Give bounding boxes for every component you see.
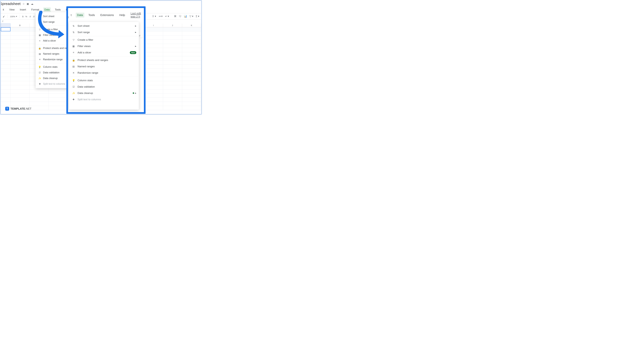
menu-item-sort-sheet[interactable]: ⇅Sort sheet	[36, 14, 70, 19]
bulb-icon: 💡	[38, 66, 41, 68]
new-dot-icon	[133, 92, 134, 94]
star-icon[interactable]: ☆	[22, 2, 25, 6]
filter-views-icon: ▦	[72, 45, 75, 48]
increase-decimal[interactable]: .0	[33, 15, 35, 18]
menu-format-fragment[interactable]: t	[70, 13, 73, 18]
cloud-saved-icon[interactable]: ☁	[31, 2, 34, 6]
menu-item-add-slicer[interactable]: ≡Add a slicer	[36, 38, 70, 44]
selected-column-header[interactable]	[1, 24, 10, 27]
insert-chart-icon[interactable]: 📊	[184, 15, 187, 18]
submenu-arrow-icon: ▶	[135, 25, 136, 27]
formula-bar[interactable]: X	[1, 19, 4, 24]
menu-item-create-filter[interactable]: ▽Create a filter	[69, 37, 139, 43]
format-percent[interactable]: %	[26, 15, 27, 18]
link-icon[interactable]: ⌘	[174, 15, 176, 18]
format-currency[interactable]: $	[22, 15, 23, 18]
named-icon: ▤	[72, 65, 75, 68]
menu-item-data-cleanup[interactable]: ✨Data cleanup	[36, 76, 70, 81]
zoom-dropdown[interactable]: 100% ▾	[10, 15, 17, 18]
comment-add-icon[interactable]: 🗨	[179, 15, 182, 18]
col-header-k[interactable]: K	[182, 24, 201, 27]
menu-item-filter-views[interactable]: ▦Filter views	[36, 32, 70, 38]
menu-extensions-focus[interactable]: Extensions	[99, 13, 115, 18]
valign-icon[interactable]: ↧ ▾	[152, 15, 156, 18]
menu-item-split-text: ✚Split text to columns	[36, 81, 70, 87]
menu-item-data-cleanup[interactable]: ✨Data cleanup▶	[69, 90, 139, 96]
menu-item-column-stats[interactable]: 💡Column stats	[36, 64, 70, 70]
menu-help-focus[interactable]: Help	[118, 13, 126, 18]
menu-item-add-slicer[interactable]: ≡Add a slicerNew	[69, 50, 139, 56]
menu-item-split-text: ✚Split text to columns	[69, 96, 139, 102]
selected-cell[interactable]	[1, 27, 10, 31]
menu-item-sort-range[interactable]: ⇅Sort range	[36, 19, 70, 25]
wand-icon: ✨	[38, 77, 41, 80]
paint-format-icon[interactable]: 🖌	[3, 15, 5, 18]
menu-edit-fragment[interactable]: it	[2, 8, 5, 12]
last-edit-link[interactable]: Last edit was 2 h	[129, 11, 144, 19]
template-logo-icon: T	[5, 107, 9, 110]
menu-item-sort-sheet[interactable]: ⇅Sort sheet▶	[69, 23, 139, 29]
sigma-icon[interactable]: Σ ▾	[196, 15, 199, 18]
menu-item-named-ranges[interactable]: ▤Named ranges	[69, 63, 139, 70]
move-folder-icon[interactable]: ▣	[27, 2, 29, 6]
menu-tools-focus[interactable]: Tools	[87, 13, 96, 18]
menu-data[interactable]: Data	[43, 8, 51, 12]
background-app: e Spreadsheet ☆ ▣ ☁ it View Insert Forma…	[1, 1, 201, 114]
menu-tools[interactable]: Tools	[54, 8, 62, 12]
col-header-j[interactable]: J	[163, 24, 182, 27]
toolbar-separator	[7, 15, 8, 18]
new-badge: New	[130, 51, 136, 54]
named-icon: ▤	[38, 52, 41, 55]
sort-icon: ⇅	[38, 21, 41, 23]
submenu-arrow-icon: ▶	[135, 31, 136, 33]
slicer-icon: ≡	[38, 40, 41, 42]
focus-inset: t Data Tools Extensions Help Last edit w…	[66, 6, 146, 114]
col-header-b[interactable]: B	[10, 24, 30, 27]
document-name[interactable]: e Spreadsheet	[0, 2, 20, 6]
menu-item-data-validation[interactable]: ☑Data validation	[69, 84, 139, 90]
menu-insert[interactable]: Insert	[19, 8, 27, 12]
split-icon: ✚	[72, 98, 75, 101]
wrap-icon[interactable]: ↩ ▾	[165, 15, 169, 18]
menu-data-focus[interactable]: Data	[76, 13, 84, 18]
fx-close-icon[interactable]: X	[2, 20, 4, 22]
col-header-i[interactable]: I	[144, 24, 163, 27]
data-menu-dropdown: ⇅Sort sheet▶ ⇅Sort range▶ ▽Create a filt…	[69, 22, 139, 110]
lock-icon: 🔒	[72, 59, 75, 62]
sort-icon: ⇅	[38, 15, 41, 18]
menu-item-randomize[interactable]: ✕Randomize range	[69, 70, 139, 76]
sort-icon: ⇅	[72, 31, 75, 34]
menu-item-named-ranges[interactable]: ▤Named ranges	[36, 51, 70, 57]
toolbar-separator	[20, 15, 20, 18]
doc-title-row: e Spreadsheet ☆ ▣ ☁	[0, 2, 34, 6]
wand-icon: ✨	[72, 92, 75, 94]
menu-item-create-filter[interactable]: ▽Create a filter	[36, 26, 70, 32]
menu-view[interactable]: View	[8, 8, 16, 12]
menu-item-protect[interactable]: 🔒Protect sheets and ra	[36, 46, 70, 51]
submenu-arrow-icon: ▶	[135, 45, 136, 47]
check-icon: ☑	[38, 71, 41, 74]
filter-icon: ▽	[72, 38, 75, 42]
slicer-icon: ≡	[72, 51, 75, 54]
check-icon: ☑	[72, 86, 75, 88]
focus-menubar: t Data Tools Extensions Help Last edit w…	[70, 11, 144, 19]
lock-icon: 🔒	[38, 47, 41, 50]
submenu-arrow-icon: ▶	[135, 92, 136, 94]
filter-icon[interactable]: ▽ ▾	[190, 15, 193, 18]
watermark-thin: .NET	[25, 107, 32, 110]
template-net-watermark: T TEMPLATE.NET	[5, 107, 32, 110]
decrease-decimal[interactable]: .0	[29, 15, 31, 18]
bulb-icon: 💡	[72, 79, 75, 82]
menu-item-protect[interactable]: 🔒Protect sheets and ranges	[69, 57, 139, 63]
random-icon: ✕	[72, 72, 75, 74]
menu-item-data-validation[interactable]: ☑Data validation	[36, 70, 70, 76]
focus-inner: t Data Tools Extensions Help Last edit w…	[68, 8, 144, 112]
menu-item-column-stats[interactable]: 💡Column stats	[69, 77, 139, 84]
menu-format[interactable]: Format	[30, 8, 40, 12]
menu-item-sort-range[interactable]: ⇅Sort range▶	[69, 29, 139, 36]
halign-icon[interactable]: ⇥ ▾	[158, 15, 162, 18]
random-icon: ✕	[38, 58, 41, 61]
menu-item-filter-views[interactable]: ▦Filter views▶	[69, 43, 139, 50]
data-menu-dropdown-bg: ⇅Sort sheet ⇅Sort range ▽Create a filter…	[36, 12, 70, 88]
menu-item-randomize[interactable]: ✕Randomize range	[36, 57, 70, 62]
